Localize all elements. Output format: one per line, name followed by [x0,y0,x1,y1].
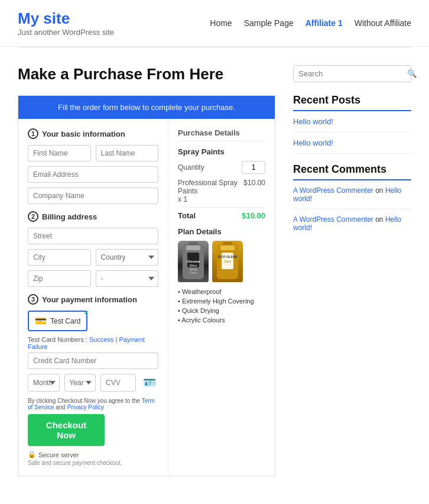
nav-sample-page[interactable]: Sample Page [244,18,294,28]
svg-text:Chrome: Chrome [187,260,200,263]
comment-author-2[interactable]: A WordPress Commenter [293,215,373,224]
zip-select[interactable]: - [96,270,159,287]
secure-server-row: 🔒 Secure server [28,451,158,458]
spray-can-2: RUST-OLEUM Paint [212,241,243,282]
card-btn-label: Test Card [50,317,80,325]
main-nav: Home Sample Page Affiliate 1 Without Aff… [210,18,411,28]
item-price: $10.00 [243,179,265,203]
site-tagline: Just another WordPress site [18,28,114,37]
feature-3: Quick Drying [178,307,265,314]
nav-without-affiliate[interactable]: Without Affiliate [355,18,411,28]
name-row [28,145,158,161]
zip-input[interactable] [28,270,91,287]
city-input[interactable] [28,249,91,266]
site-title: My site [18,9,114,28]
last-name-input[interactable] [96,145,159,161]
svg-text:Paint: Paint [190,271,197,274]
company-input[interactable] [28,188,158,204]
main-content: Make a Purchase From Here Fill the order… [0,47,429,494]
purchase-details-title: Purchase Details [178,128,265,141]
product-name: Spray Paints [178,147,265,156]
total-amount: $10.00 [242,211,265,220]
card-details-row: Month Year 🪪 [28,374,158,392]
comment-2: A WordPress Commenter on Hello world! [293,215,411,232]
checkout-button[interactable]: Checkout Now [28,414,105,446]
payment-section: 3 Your payment information 💳 Test Card ✔ [28,294,158,466]
total-row: Total $10.00 [178,207,265,220]
form-right: Purchase Details Spray Paints Quantity P… [168,119,275,476]
secure-server-text: Secure server [38,451,79,458]
nav-affiliate1[interactable]: Affiliate 1 [306,18,343,28]
checkout-terms: By clicking Checkout Now you agree to th… [28,398,158,411]
company-row [28,188,158,204]
city-country-row: Country [28,249,158,266]
comments-divider-1 [293,209,411,209]
purchase-form-container: Fill the order form below to complete yo… [18,95,275,476]
nav-home[interactable]: Home [210,18,232,28]
zip-row: - [28,270,158,287]
billing-section: 2 Billing address Country [28,211,158,287]
form-body: 1 Your basic information [18,119,275,476]
cvv-input[interactable] [100,374,136,392]
search-box: 🔍 [293,65,411,82]
feature-2: Extremely High Covering [178,298,265,305]
street-row [28,228,158,244]
quantity-row: Quantity [178,161,265,174]
section-num-2: 2 [28,211,38,222]
page-title: Make a Purchase From Here [18,65,275,83]
year-select[interactable]: Year [64,374,96,392]
plan-features: Weatherproof Extremely High Covering Qui… [178,288,265,324]
form-header-text: Fill the order form below to complete yo… [58,103,235,112]
search-input[interactable] [294,66,402,82]
credit-card-input[interactable] [28,353,158,369]
svg-rect-1 [186,245,200,250]
billing-label: Billing address [42,212,97,221]
email-row [28,166,158,183]
comment-on-2: on [375,215,383,224]
sidebar: 🔍 Recent Posts Hello world! Hello world!… [293,65,411,476]
email-input[interactable] [28,166,158,183]
feature-1: Weatherproof [178,288,265,295]
success-link[interactable]: Success [89,336,114,343]
site-branding: My site Just another WordPress site [18,9,114,37]
credit-card-row [28,353,158,369]
test-card-button[interactable]: 💳 Test Card ✔ [28,311,87,331]
plan-images: Chrome Effect Spray Paint [178,241,265,282]
billing-section-title: 2 Billing address [28,211,158,222]
basic-info-label: Your basic information [42,130,125,138]
payment-label: Your payment information [42,295,137,304]
safe-text: Safe and secure payment checkout. [28,460,158,466]
country-select[interactable]: Country [96,249,159,266]
first-name-input[interactable] [28,145,91,161]
total-label: Total [178,211,196,220]
comment-author-1[interactable]: A WordPress Commenter [293,186,373,195]
quantity-input[interactable] [242,161,265,174]
header: My site Just another WordPress site Home… [0,0,429,47]
month-select[interactable]: Month [28,374,60,392]
content-area: Make a Purchase From Here Fill the order… [18,65,275,476]
form-header: Fill the order form below to complete yo… [18,96,275,119]
test-card-info: Test Card Numbers : Success | Payment Fa… [28,336,158,350]
svg-text:RUST-OLEUM: RUST-OLEUM [217,255,237,259]
post-link-1[interactable]: Hello world! [293,117,411,126]
check-icon: ✔ [84,309,89,316]
post-link-2[interactable]: Hello world! [293,138,411,147]
test-card-label: Test Card Numbers : [28,336,87,343]
feature-4: Acrylic Colours [178,316,265,324]
item-price-row: Professional Spray Paints x 1 $10.00 [178,179,265,203]
comment-1: A WordPress Commenter on Hello world! [293,186,411,203]
privacy-link[interactable]: Privacy Policy [67,404,104,411]
recent-comments-title: Recent Comments [293,163,411,180]
search-button[interactable]: 🔍 [402,66,422,82]
spray-can-1: Chrome Effect Spray Paint [178,241,209,282]
comment-on-1: on [375,186,383,195]
posts-divider-2 [293,153,411,154]
svg-rect-7 [188,242,198,245]
svg-text:Paint: Paint [224,260,231,263]
form-left: 1 Your basic information [18,119,168,476]
recent-posts-title: Recent Posts [293,94,411,111]
lock-icon: 🔒 [28,451,36,458]
card-button-wrapper: 💳 Test Card ✔ [28,311,158,331]
street-input[interactable] [28,228,158,244]
section-num-1: 1 [28,128,38,139]
